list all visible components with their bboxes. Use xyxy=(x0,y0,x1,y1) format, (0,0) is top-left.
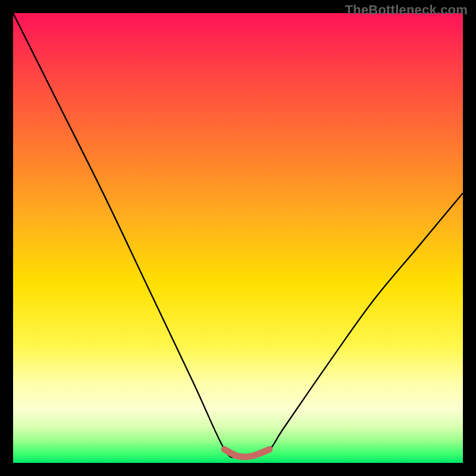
chart-frame: TheBottleneck.com xyxy=(0,0,476,476)
plot-area xyxy=(13,13,463,463)
chart-svg xyxy=(13,13,463,463)
optimal-band-path xyxy=(224,449,270,457)
bottleneck-curve-path xyxy=(13,13,463,458)
watermark-text: TheBottleneck.com xyxy=(345,2,468,18)
